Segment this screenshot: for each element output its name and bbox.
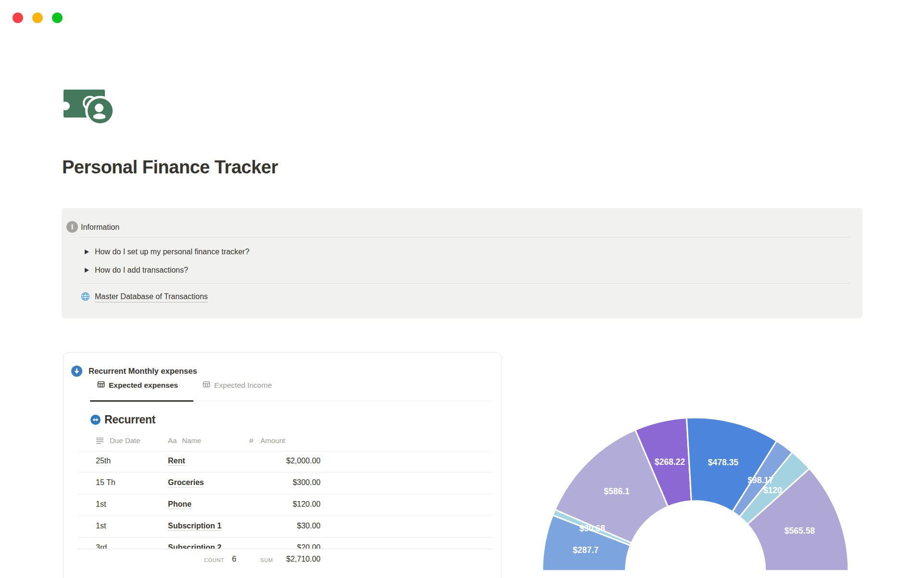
recurrent-expenses-card: Recurrent Monthly expenses Expected expe… <box>63 352 501 578</box>
cell-amount: $30.00 <box>240 522 321 530</box>
toggle-setup-question[interactable]: How do I set up my personal finance trac… <box>85 246 249 258</box>
toggle-arrow-icon <box>85 250 89 254</box>
recurrent-section-heading: Recurrent <box>90 413 155 426</box>
cell-amount: $300.00 <box>240 478 321 487</box>
expenses-donut-chart: $287.7$30.68$586.1$268.22$478.35$98.17$1… <box>529 409 861 578</box>
notion-window: Personal Finance Tracker i Information H… <box>0 0 924 578</box>
table-row[interactable]: 25thRent$2,000.00 <box>77 451 492 473</box>
info-icon: i <box>66 221 78 233</box>
active-tab-underline <box>90 400 193 402</box>
tab-expected-expenses[interactable]: Expected expenses <box>97 381 178 390</box>
chart-slice-label: $586.1 <box>604 486 630 496</box>
column-header-name[interactable]: Name <box>182 436 201 445</box>
lines-icon <box>96 436 104 447</box>
close-window-button[interactable] <box>13 13 23 23</box>
tab-expected-income[interactable]: Expected Income <box>203 381 272 390</box>
table-row[interactable]: 15 ThGroceries$300.00 <box>77 473 492 494</box>
table-icon <box>203 381 210 390</box>
information-callout: i Information How do I set up my persona… <box>62 208 862 318</box>
table-calc-footer: COUNT 6 SUM $2,710.00 <box>77 549 492 578</box>
cell-amount: $2,000.00 <box>240 457 321 465</box>
cell-name-link[interactable]: Subscription 1 <box>168 522 221 530</box>
chart-slice-label: $287.7 <box>573 545 599 555</box>
title-property-icon: Aa <box>168 436 177 445</box>
cell-name-link[interactable]: Phone <box>168 500 192 509</box>
table-header-row: Due Date Aa Name # Amount <box>77 432 492 451</box>
cell-due-date: 15 Th <box>96 478 116 487</box>
toggle-add-transactions-question[interactable]: How do I add transactions? <box>85 264 188 276</box>
table-row[interactable]: 1stPhone$120.00 <box>77 494 492 516</box>
table-body: 25thRent$2,000.0015 ThGroceries$300.001s… <box>77 451 492 557</box>
column-header-due-date[interactable]: Due Date <box>110 436 140 445</box>
callout-title: Information <box>81 222 119 232</box>
master-database-link-label: Master Database of Transactions <box>95 292 208 302</box>
count-label[interactable]: COUNT <box>204 557 224 563</box>
chart-slice-label: $268.22 <box>654 457 685 467</box>
card-title: Recurrent Monthly expenses <box>89 367 197 376</box>
chart-slice-label: $565.58 <box>784 526 815 536</box>
toggle-arrow-icon <box>85 268 89 273</box>
tab-label: Expected Income <box>214 381 272 390</box>
chart-slice-label: $30.68 <box>579 524 605 533</box>
zoom-window-button[interactable] <box>52 13 63 23</box>
minimize-window-button[interactable] <box>32 13 43 23</box>
toggle-label: How do I add transactions? <box>95 266 188 275</box>
page-title: Personal Finance Tracker <box>62 157 278 178</box>
number-property-icon: # <box>249 436 253 445</box>
divider <box>80 237 850 237</box>
table-icon <box>97 381 105 390</box>
cell-due-date: 1st <box>96 500 106 509</box>
toggle-label: How do I set up my personal finance trac… <box>95 248 249 256</box>
page-icon-money[interactable] <box>63 86 116 126</box>
arrow-down-circle-icon <box>71 366 82 377</box>
table-row[interactable]: 1stSubscription 1$30.00 <box>77 516 492 538</box>
count-value: 6 <box>232 555 236 564</box>
cell-name-link[interactable]: Groceries <box>168 478 204 487</box>
tab-label: Expected expenses <box>109 381 178 390</box>
column-header-amount[interactable]: Amount <box>260 436 285 445</box>
section-title: Recurrent <box>104 413 155 426</box>
divider <box>80 283 850 284</box>
card-header: Recurrent Monthly expenses <box>71 366 197 377</box>
globe-icon <box>81 292 90 303</box>
chart-slice-label: $120 <box>763 486 782 495</box>
chart-slice-label: $98.17 <box>748 475 774 485</box>
cell-due-date: 1st <box>96 522 106 530</box>
cell-amount: $120.00 <box>240 500 321 509</box>
arrows-left-right-circle-icon <box>90 415 101 425</box>
master-database-link[interactable]: Master Database of Transactions <box>81 292 208 303</box>
cell-due-date: 25th <box>96 457 111 465</box>
cell-name-link[interactable]: Rent <box>168 457 185 465</box>
window-controls <box>13 13 63 23</box>
chart-slice-label: $478.35 <box>708 458 739 467</box>
sum-value: $2,710.00 <box>263 555 321 564</box>
